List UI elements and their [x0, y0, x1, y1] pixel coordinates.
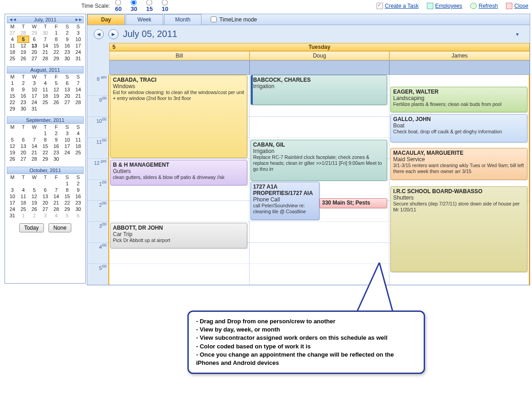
- cal-day[interactable]: 25: [73, 149, 84, 156]
- cal-day[interactable]: 9: [51, 137, 62, 143]
- cal-day[interactable]: 26: [18, 55, 29, 62]
- cal-day[interactable]: [18, 180, 29, 187]
- cal-day[interactable]: 4: [18, 187, 29, 193]
- cal-day[interactable]: 14: [51, 193, 62, 200]
- cal-day[interactable]: 16: [62, 42, 73, 49]
- cal-day[interactable]: 16: [18, 93, 29, 99]
- appointment[interactable]: 1727 A1A PROPERTIES/1727 AIAPhone Callca…: [250, 182, 319, 220]
- cal-day[interactable]: 5: [18, 36, 29, 42]
- cal-day[interactable]: 11: [73, 137, 84, 143]
- cal-day[interactable]: 15: [40, 143, 51, 149]
- cal-day[interactable]: 20: [62, 93, 73, 99]
- cal-day[interactable]: [40, 105, 51, 112]
- cal-day[interactable]: 19: [7, 149, 18, 156]
- tab-day[interactable]: Day: [87, 14, 125, 25]
- close-link[interactable]: Close: [506, 3, 528, 9]
- cal-day[interactable]: 8: [62, 187, 73, 193]
- cal-day[interactable]: 3: [73, 30, 84, 36]
- tab-month[interactable]: Month: [164, 14, 202, 25]
- cal-day[interactable]: 26: [7, 156, 18, 162]
- cal-day[interactable]: 22: [7, 99, 18, 105]
- cal-day[interactable]: 4: [7, 36, 18, 42]
- collapse-icon[interactable]: ▾: [516, 31, 519, 37]
- cal-day[interactable]: 26: [51, 99, 62, 105]
- appointment[interactable]: B & H MANAGEMENTGuttersclean gutters, sl…: [110, 160, 247, 185]
- cal-day[interactable]: 6: [18, 137, 29, 143]
- cal-day[interactable]: 27: [18, 156, 29, 162]
- cal-day[interactable]: 17: [73, 42, 84, 49]
- cal-day[interactable]: [73, 156, 84, 162]
- today-button[interactable]: Today: [19, 223, 44, 232]
- cal-day[interactable]: 5: [51, 80, 62, 86]
- cal-day[interactable]: 26: [29, 206, 40, 212]
- appointment[interactable]: 330 Main St; Pests: [319, 198, 388, 208]
- cal-day[interactable]: 28: [51, 206, 62, 212]
- cal-day[interactable]: 8: [7, 86, 18, 93]
- timeline-checkbox[interactable]: [211, 16, 217, 22]
- cal-day[interactable]: 4: [40, 80, 51, 86]
- appointment[interactable]: I.R.C SCHOOL BOARD-WABASSOShuttersSecure…: [390, 186, 527, 272]
- column-james[interactable]: EAGER, WALTERLandscapingFertilize plants…: [389, 75, 530, 285]
- cal-day[interactable]: 2: [62, 30, 73, 36]
- cal-day[interactable]: 30: [40, 30, 51, 36]
- cal-day[interactable]: 28: [40, 55, 51, 62]
- cal-day[interactable]: [51, 180, 62, 187]
- cal-day[interactable]: [73, 105, 84, 112]
- cal-day[interactable]: 16: [73, 193, 84, 200]
- cal-day[interactable]: 20: [40, 200, 51, 206]
- cal-day[interactable]: 17: [7, 200, 18, 206]
- cal-day[interactable]: [40, 180, 51, 187]
- cal-day[interactable]: 27: [29, 55, 40, 62]
- cal-day[interactable]: 14: [29, 143, 40, 149]
- next-day-button[interactable]: ►: [108, 29, 118, 39]
- cal-day[interactable]: 6: [29, 36, 40, 42]
- cal-day[interactable]: 7: [51, 187, 62, 193]
- cal-day[interactable]: 21: [51, 200, 62, 206]
- cal-day[interactable]: 14: [73, 86, 84, 93]
- cal-day[interactable]: 2: [29, 212, 40, 219]
- cal-day[interactable]: 6: [73, 212, 84, 219]
- cal-day[interactable]: 9: [73, 187, 84, 193]
- column-doug[interactable]: BABCOCK, CHARLESIrrigationCABAN, GILIrri…: [250, 75, 390, 285]
- cal-day[interactable]: 13: [62, 86, 73, 93]
- cal-day[interactable]: 7: [73, 80, 84, 86]
- cal-day[interactable]: 23: [18, 99, 29, 105]
- cal-day[interactable]: 17: [29, 93, 40, 99]
- allday-doug[interactable]: [250, 60, 390, 75]
- cal-day[interactable]: [29, 180, 40, 187]
- cal-day[interactable]: 30: [62, 55, 73, 62]
- prev-day-button[interactable]: ◄: [94, 29, 104, 39]
- allday-james[interactable]: [389, 60, 530, 75]
- cal-day[interactable]: 21: [29, 149, 40, 156]
- cal-day[interactable]: 22: [40, 149, 51, 156]
- cal-day[interactable]: 1: [7, 80, 18, 86]
- cal-day[interactable]: 2: [18, 80, 29, 86]
- cal-day[interactable]: 18: [18, 200, 29, 206]
- cal-day[interactable]: 14: [40, 42, 51, 49]
- cal-day[interactable]: 3: [62, 130, 73, 137]
- cal-day[interactable]: 6: [62, 80, 73, 86]
- cal-day[interactable]: [51, 105, 62, 112]
- create-task-link[interactable]: Create a Task: [377, 3, 419, 9]
- cal-day[interactable]: 5: [62, 212, 73, 219]
- cal-day[interactable]: 24: [29, 99, 40, 105]
- cal-day[interactable]: 12: [29, 193, 40, 200]
- cal-day[interactable]: 25: [18, 206, 29, 212]
- cal-day[interactable]: 31: [29, 105, 40, 112]
- cal-day[interactable]: 1: [62, 180, 73, 187]
- cal-day[interactable]: 25: [40, 99, 51, 105]
- cal-day[interactable]: 8: [51, 36, 62, 42]
- cal-day[interactable]: 12: [18, 42, 29, 49]
- cal-day[interactable]: 11: [40, 86, 51, 93]
- cal-day[interactable]: 16: [51, 143, 62, 149]
- cal-day[interactable]: [29, 130, 40, 137]
- cal-day[interactable]: 1: [51, 30, 62, 36]
- cal-day[interactable]: 20: [18, 149, 29, 156]
- cal-day[interactable]: 15: [7, 93, 18, 99]
- cal-day[interactable]: 30: [18, 105, 29, 112]
- appointment[interactable]: EAGER, WALTERLandscapingFertilize plants…: [390, 87, 527, 112]
- cal-day[interactable]: [18, 130, 29, 137]
- appointment[interactable]: MACAULAY, MARGUERITEMaid Service3/1-3/15…: [390, 148, 527, 180]
- cal-day[interactable]: 19: [18, 49, 29, 55]
- cal-day[interactable]: 30: [73, 206, 84, 212]
